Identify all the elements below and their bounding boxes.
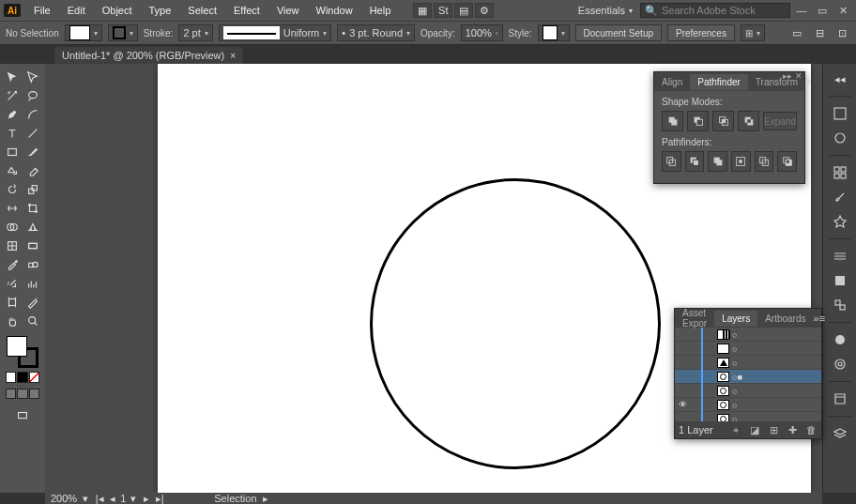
gradient-panel-icon[interactable] [829, 271, 851, 290]
slice-tool[interactable] [23, 293, 43, 312]
stroke-weight-input[interactable]: 2 pt▾ [178, 24, 212, 41]
menu-file[interactable]: File [26, 3, 58, 18]
artboards-tab[interactable]: Artboards [757, 311, 813, 327]
curvature-tool[interactable] [23, 105, 43, 124]
exclude-button[interactable] [738, 111, 759, 131]
pathfinder-tab[interactable]: Pathfinder [690, 74, 748, 90]
minus-back-button[interactable] [777, 151, 797, 172]
fill-swatch[interactable]: ▾ [65, 24, 102, 41]
preferences-button[interactable]: Preferences [667, 24, 735, 41]
merge-button[interactable] [708, 151, 727, 172]
panel-menu-icon[interactable]: ≡ [805, 76, 811, 87]
outline-button[interactable] [755, 151, 774, 172]
layer-name[interactable]: ○ [732, 399, 821, 410]
layer-name[interactable]: ○ [732, 413, 821, 421]
layer-row[interactable]: ○ [675, 342, 821, 356]
artboard-tool[interactable] [2, 293, 23, 312]
paintbrush-tool[interactable] [23, 143, 43, 161]
menu-effect[interactable]: Effect [226, 3, 268, 18]
target-icon[interactable]: ○ [732, 387, 737, 396]
gradient-mode-button[interactable] [17, 372, 27, 383]
color-mode-button[interactable] [6, 372, 16, 383]
new-sublayer-icon[interactable]: ⊞ [767, 424, 780, 436]
close-tab-icon[interactable]: × [230, 51, 236, 61]
direct-selection-tool[interactable] [23, 68, 43, 86]
zoom-level[interactable]: 200% [51, 493, 77, 504]
scale-tool[interactable] [23, 180, 43, 199]
search-stock-input[interactable]: 🔍 Search Adobe Stock [640, 3, 790, 18]
arrange-icon[interactable]: ▤ [454, 3, 473, 18]
menu-window[interactable]: Window [309, 3, 360, 18]
next-artboard-button[interactable]: ▸ [141, 493, 152, 505]
transform-panel-icon[interactable]: ▭ [788, 24, 805, 41]
menu-help[interactable]: Help [362, 3, 399, 18]
stroke-panel-icon[interactable] [829, 247, 851, 266]
gpu-icon[interactable]: ⚙ [475, 3, 494, 18]
artboard-number[interactable]: 1 [120, 493, 126, 505]
lasso-tool[interactable] [23, 86, 43, 105]
hand-tool[interactable] [2, 312, 23, 330]
shape-panel-icon[interactable]: ⊡ [833, 24, 850, 41]
zoom-tool[interactable] [23, 312, 43, 330]
column-graph-tool[interactable] [23, 274, 43, 293]
appearance-panel-icon[interactable] [829, 330, 851, 349]
menu-edit[interactable]: Edit [60, 3, 93, 18]
rotate-tool[interactable] [2, 180, 23, 199]
document-tab[interactable]: Untitled-1* @ 200% (RGB/Preview) × [54, 47, 243, 64]
magic-wand-tool[interactable] [2, 86, 23, 105]
minimize-button[interactable]: — [792, 5, 811, 16]
stroke-profile-dropdown[interactable]: Uniform▾ [219, 24, 332, 41]
layer-name[interactable]: ○ [732, 357, 821, 368]
free-transform-tool[interactable] [23, 199, 43, 218]
layer-row[interactable]: ○■ [675, 370, 821, 384]
selection-tool[interactable] [2, 68, 23, 86]
none-mode-button[interactable] [29, 372, 39, 383]
layer-name[interactable]: ○ [732, 343, 821, 354]
menu-view[interactable]: View [269, 3, 307, 18]
status-dropdown-icon[interactable]: ▸ [263, 493, 268, 505]
width-tool[interactable] [2, 199, 23, 218]
make-clipping-mask-icon[interactable]: ◪ [748, 424, 761, 436]
layer-row[interactable]: ○ [675, 412, 821, 421]
libraries-panel-icon[interactable] [829, 389, 851, 408]
menu-type[interactable]: Type [142, 3, 179, 18]
divide-button[interactable] [662, 151, 681, 172]
ellipse-object[interactable] [370, 178, 661, 469]
gradient-tool[interactable] [23, 237, 43, 255]
brushes-panel-icon[interactable] [829, 188, 851, 206]
fill-indicator[interactable] [7, 336, 27, 357]
bridge-icon[interactable]: ▦ [413, 3, 432, 18]
layers-panel-icon[interactable] [829, 424, 851, 443]
workspace-switcher[interactable]: Essentials▾ [573, 3, 638, 18]
stock-icon[interactable]: St [434, 3, 452, 18]
target-icon[interactable]: ○ [732, 359, 737, 368]
layer-row[interactable]: 👁○ [675, 398, 821, 412]
blend-tool[interactable] [23, 255, 43, 274]
layer-name[interactable]: ○ [732, 328, 821, 340]
brush-definition-dropdown[interactable]: •3 pt. Round▾ [337, 24, 415, 41]
screen-mode-button[interactable] [12, 406, 33, 425]
delete-layer-icon[interactable]: 🗑 [804, 424, 818, 435]
draw-inside-button[interactable] [29, 389, 39, 399]
visibility-toggle[interactable]: 👁 [675, 400, 690, 409]
rectangle-tool[interactable] [2, 143, 23, 161]
unite-button[interactable] [662, 111, 683, 131]
layers-menu-icon[interactable]: ≡ [819, 313, 825, 324]
perspective-grid-tool[interactable] [23, 218, 43, 237]
graphic-styles-panel-icon[interactable] [829, 355, 851, 374]
shape-builder-tool[interactable] [2, 218, 23, 237]
align-to-dropdown[interactable]: ⊞▾ [741, 24, 765, 41]
close-window-button[interactable]: ✕ [833, 5, 852, 17]
menu-select[interactable]: Select [180, 3, 224, 18]
draw-behind-button[interactable] [17, 389, 27, 399]
prev-artboard-button[interactable]: ◂ [107, 493, 118, 505]
layer-name[interactable]: ○ [732, 385, 821, 396]
symbols-panel-icon[interactable] [829, 212, 851, 231]
target-icon[interactable]: ○ [732, 344, 737, 354]
color-panel-icon[interactable] [829, 104, 851, 123]
new-layer-icon[interactable]: ✚ [786, 424, 799, 436]
crop-button[interactable] [731, 151, 751, 172]
intersect-button[interactable] [712, 111, 734, 131]
type-tool[interactable] [2, 124, 23, 143]
color-guide-panel-icon[interactable] [829, 129, 851, 147]
